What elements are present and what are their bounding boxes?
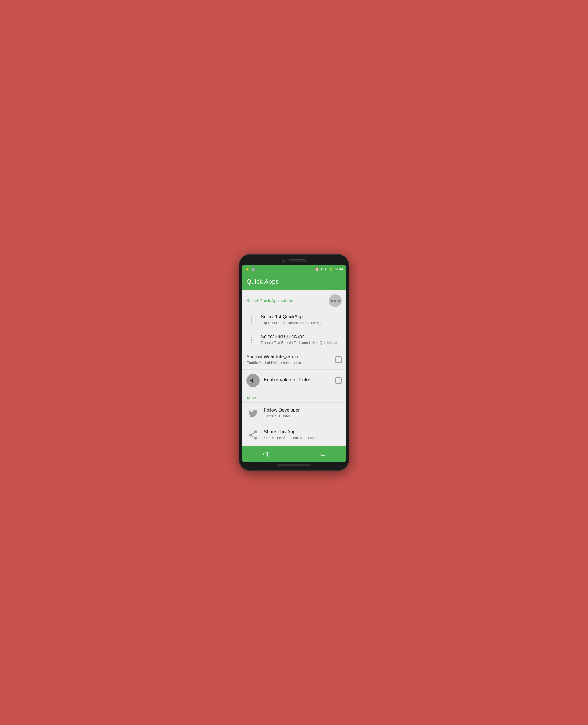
drag-dot <box>251 337 252 338</box>
phone-device: ⚡ 🤖 ⏰ ▾ ▲ 🔋 00:44 Quick Apps Select Quic… <box>239 254 349 471</box>
battery-icon: 🔋 <box>329 267 333 271</box>
follow-developer-subtitle: Twitter: _Eunan <box>264 413 342 419</box>
volume-icon <box>250 377 256 384</box>
item-1st-subtitle: Tap Bubble To Launch 1st Quick App <box>261 320 342 326</box>
earpiece-speaker <box>289 259 306 262</box>
signal-icon: ▲ <box>324 267 328 271</box>
follow-developer-text: Follow Developer Twitter: _Eunan <box>264 407 342 419</box>
list-item-2nd-quickapp[interactable]: Select 2nd QuickApp Double Tap Bubble To… <box>242 330 346 349</box>
recents-icon: □ <box>321 450 325 457</box>
list-item-volume-control[interactable]: Enable Volume Control <box>242 369 346 391</box>
android-wear-title: Android Wear Integration <box>246 354 335 359</box>
share-app-subtitle: Share This App With Your Friends <box>264 435 342 441</box>
status-icons-left: ⚡ 🤖 <box>245 267 256 271</box>
bottom-nav-bar: ◁ ○ □ <box>242 446 346 462</box>
item-2nd-text: Select 2nd QuickApp Double Tap Bubble To… <box>261 334 342 345</box>
android-wear-subtitle: Enable Android Wear Integration <box>246 360 335 365</box>
list-item-1st-quickapp[interactable]: Select 1st QuickApp Tap Bubble To Launch… <box>242 310 346 330</box>
drag-handle-1 <box>246 317 257 323</box>
volume-icon-circle <box>246 374 260 387</box>
wifi-icon: ▾ <box>321 267 322 271</box>
recents-button[interactable]: □ <box>317 448 329 460</box>
item-1st-title: Select 1st QuickApp <box>261 314 342 320</box>
item-2nd-subtitle: Double Tap Bubble To Launch 2nd Quick Ap… <box>261 340 342 345</box>
list-item-follow-developer[interactable]: Follow Developer Twitter: _Eunan <box>242 402 346 424</box>
back-button[interactable]: ◁ <box>259 448 271 460</box>
follow-developer-title: Follow Developer <box>264 407 342 413</box>
front-camera <box>282 259 285 262</box>
share-app-text: Share This App Share This App With Your … <box>264 429 342 441</box>
volume-control-text: Enable Volume Control <box>264 377 335 383</box>
share-app-title: Share This App <box>264 429 342 434</box>
drag-dot <box>251 339 252 341</box>
back-icon: ◁ <box>262 450 268 457</box>
item-2nd-title: Select 2nd QuickApp <box>261 334 342 339</box>
share-symbol-icon <box>248 430 258 441</box>
android-wear-text: Android Wear Integration Enable Android … <box>246 354 335 365</box>
home-indicator-bar <box>277 465 311 466</box>
more-options-button[interactable] <box>329 294 342 307</box>
phone-top-bar <box>242 259 346 262</box>
section-about-title: About <box>246 396 257 400</box>
main-content: Select Quick Application Select 1st Quic… <box>242 290 346 446</box>
home-button[interactable]: ○ <box>288 448 300 460</box>
twitter-bird-icon <box>248 408 258 419</box>
dot-1 <box>331 300 333 302</box>
share-icon <box>246 428 260 442</box>
alarm-icon: ⏰ <box>315 267 319 271</box>
drag-handle-2 <box>246 337 257 343</box>
list-item-share-app[interactable]: Share This App Share This App With Your … <box>242 424 346 446</box>
list-item-android-wear[interactable]: Android Wear Integration Enable Android … <box>242 350 346 369</box>
status-icons-right: ⏰ ▾ ▲ 🔋 00:44 <box>315 267 343 271</box>
status-time: 00:44 <box>335 268 343 271</box>
twitter-icon <box>246 407 260 420</box>
volume-control-checkbox[interactable] <box>335 377 342 384</box>
drag-dot <box>251 317 252 318</box>
section-quick-title: Select Quick Application <box>246 298 292 303</box>
volume-control-title: Enable Volume Control <box>264 377 335 383</box>
section-about-header: About <box>242 391 346 402</box>
item-1st-text: Select 1st QuickApp Tap Bubble To Launch… <box>261 314 342 326</box>
dot-3 <box>338 300 340 302</box>
phone-bottom-bar <box>242 465 346 466</box>
drag-dot <box>251 342 252 343</box>
android-wear-checkbox[interactable] <box>335 356 342 363</box>
lightning-icon: ⚡ <box>245 267 250 271</box>
status-bar: ⚡ 🤖 ⏰ ▾ ▲ 🔋 00:44 <box>242 265 346 273</box>
app-title: Quick Apps <box>246 278 279 285</box>
home-icon: ○ <box>292 450 296 457</box>
dot-2 <box>334 300 336 302</box>
app-bar: Quick Apps <box>242 273 346 290</box>
phone-screen: ⚡ 🤖 ⏰ ▾ ▲ 🔋 00:44 Quick Apps Select Quic… <box>242 265 346 462</box>
android-icon: 🤖 <box>251 267 256 271</box>
drag-dot <box>251 322 252 323</box>
drag-dot <box>251 319 252 321</box>
section-quick-header: Select Quick Application <box>242 290 346 310</box>
